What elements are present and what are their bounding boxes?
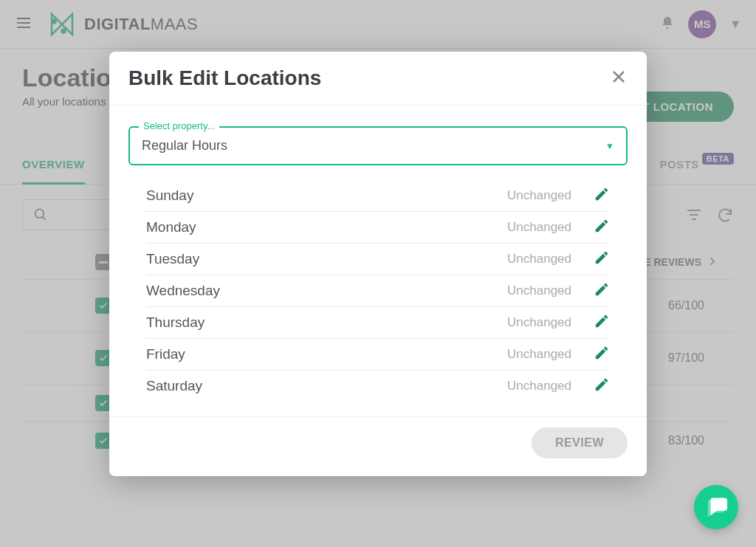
hours-row: Sunday Unchanged	[146, 180, 610, 212]
day-status: Unchanged	[507, 347, 571, 362]
day-name: Wednesday	[146, 283, 294, 299]
day-status: Unchanged	[507, 379, 571, 393]
property-select[interactable]: Select property... Regular Hours ▼	[128, 126, 628, 165]
day-name: Tuesday	[146, 251, 294, 267]
day-status: Unchanged	[507, 283, 571, 298]
day-status: Unchanged	[507, 220, 571, 235]
day-status: Unchanged	[507, 252, 571, 266]
bulk-edit-modal: Bulk Edit Locations Select property... R…	[109, 52, 647, 476]
day-status: Unchanged	[507, 188, 571, 203]
day-name: Thursday	[146, 314, 294, 331]
hours-row: Wednesday Unchanged	[146, 275, 610, 307]
day-name: Friday	[146, 346, 294, 362]
hours-row: Monday Unchanged	[146, 212, 610, 244]
edit-icon[interactable]	[594, 313, 610, 332]
chat-button[interactable]	[694, 485, 738, 529]
edit-icon[interactable]	[594, 281, 610, 300]
hours-list: Sunday Unchanged Monday Unchanged Tuesda…	[146, 180, 610, 402]
close-icon[interactable]	[610, 68, 628, 89]
edit-icon[interactable]	[594, 376, 610, 396]
chat-icon	[705, 496, 727, 518]
edit-icon[interactable]	[594, 345, 610, 364]
hours-row: Saturday Unchanged	[146, 371, 610, 402]
chevron-down-icon: ▼	[605, 141, 614, 151]
edit-icon[interactable]	[594, 250, 610, 269]
day-name: Sunday	[146, 188, 294, 204]
review-button[interactable]: REVIEW	[532, 427, 628, 458]
day-status: Unchanged	[507, 315, 571, 330]
select-label: Select property...	[139, 120, 219, 131]
hours-row: Tuesday Unchanged	[146, 244, 610, 275]
modal-title: Bulk Edit Locations	[128, 66, 321, 90]
day-name: Saturday	[146, 378, 294, 394]
edit-icon[interactable]	[594, 218, 610, 237]
hours-row: Thursday Unchanged	[146, 307, 610, 339]
day-name: Monday	[146, 219, 294, 235]
hours-row: Friday Unchanged	[146, 339, 610, 371]
select-value: Regular Hours	[142, 138, 227, 154]
edit-icon[interactable]	[594, 186, 610, 205]
